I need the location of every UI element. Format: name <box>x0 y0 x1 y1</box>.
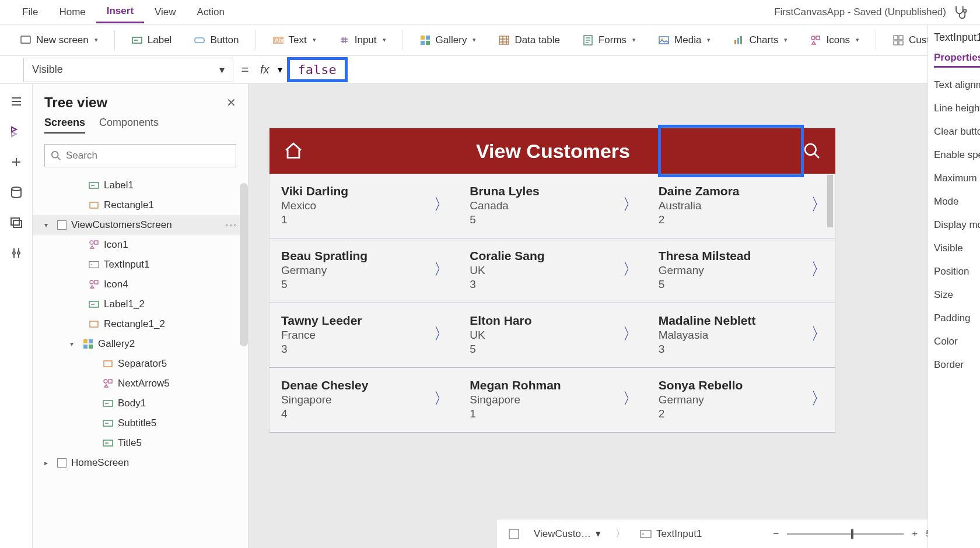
chevron-icon[interactable]: ▸ <box>44 459 52 467</box>
property-row[interactable]: Enable spell <box>934 143 980 167</box>
data-table-button[interactable]: Data table <box>490 31 568 50</box>
search-icon[interactable] <box>803 142 821 160</box>
property-row[interactable]: Border <box>934 353 980 377</box>
tree-item[interactable]: Separator5 <box>33 354 248 374</box>
chevron-right-icon[interactable]: 〉 <box>811 323 827 345</box>
property-row[interactable]: Visible <box>934 237 980 260</box>
tree-item[interactable]: Rectangle1 <box>33 195 248 215</box>
tree-item[interactable]: Label1 <box>33 175 248 195</box>
chevron-right-icon[interactable]: 〉 <box>622 258 639 280</box>
property-row[interactable]: Size <box>934 283 980 307</box>
tree-item[interactable]: ▾Gallery2 <box>33 334 248 354</box>
button-button[interactable]: Button <box>186 31 247 50</box>
menu-view[interactable]: View <box>144 2 187 23</box>
property-row[interactable]: Position <box>934 260 980 283</box>
tree-item[interactable]: Subtitle5 <box>33 413 248 433</box>
tree-item[interactable]: ▾ViewCustomersScreen··· <box>33 215 248 235</box>
menu-insert[interactable]: Insert <box>96 1 144 23</box>
text-dropdown[interactable]: Abc Text▾ <box>264 31 324 50</box>
gallery-item[interactable]: Bruna LylesCanada5〉 <box>458 174 646 238</box>
gallery-preview[interactable]: Viki DarlingMexico1〉Bruna LylesCanada5〉D… <box>270 174 835 433</box>
chevron-right-icon[interactable]: 〉 <box>811 194 827 216</box>
home-icon[interactable] <box>284 141 303 161</box>
gallery-item[interactable]: Elton HaroUK5〉 <box>458 303 646 367</box>
tree-item[interactable]: Body1 <box>33 394 248 413</box>
breadcrumb-screen[interactable]: ViewCusto… ▾ <box>527 525 607 543</box>
property-row[interactable]: Padding <box>934 307 980 330</box>
data-icon[interactable] <box>9 185 23 199</box>
gallery-item[interactable]: Beau SpratlingGermany5〉 <box>270 238 458 303</box>
formula-input[interactable]: false <box>287 57 348 82</box>
tab-properties[interactable]: Properties <box>934 52 980 68</box>
menu-file[interactable]: File <box>12 2 48 23</box>
tree-view-icon[interactable] <box>9 125 23 139</box>
app-preview[interactable]: View Customers Viki DarlingMexico1〉Bruna… <box>270 128 835 433</box>
property-selector[interactable]: Visible ▾ <box>23 58 233 82</box>
gallery-item[interactable]: Coralie SangUK3〉 <box>458 238 646 303</box>
property-row[interactable]: Mode <box>934 190 980 213</box>
tree-search-input[interactable] <box>66 150 230 161</box>
gallery-item[interactable]: Denae ChesleySingapore4〉 <box>270 368 458 432</box>
tree-item[interactable]: Rectangle1_2 <box>33 314 248 334</box>
media-dropdown[interactable]: Media▾ <box>650 31 719 50</box>
chevron-right-icon[interactable]: 〉 <box>622 323 639 345</box>
chevron-right-icon[interactable]: 〉 <box>433 388 450 410</box>
menu-home[interactable]: Home <box>48 2 96 23</box>
chevron-right-icon[interactable]: 〉 <box>433 258 450 280</box>
tree-item[interactable]: Icon4 <box>33 275 248 294</box>
chevron-right-icon[interactable]: 〉 <box>811 258 827 280</box>
media-rail-icon[interactable] <box>9 216 23 230</box>
new-screen-button[interactable]: New screen▾ <box>12 31 106 50</box>
property-row[interactable]: Text alignme <box>934 73 980 97</box>
chevron-right-icon[interactable]: 〉 <box>622 194 639 216</box>
app-checker-icon[interactable] <box>952 4 968 20</box>
gallery-item[interactable]: Tawny LeederFrance3〉 <box>270 303 458 367</box>
gallery-item[interactable]: Daine ZamoraAustralia2〉 <box>647 174 835 238</box>
chevron-right-icon[interactable]: 〉 <box>811 388 827 410</box>
property-row[interactable]: Color <box>934 330 980 353</box>
zoom-slider[interactable] <box>787 533 904 535</box>
gallery-item[interactable]: Thresa MilsteadGermany5〉 <box>647 238 835 303</box>
tab-components[interactable]: Components <box>99 117 159 134</box>
tree-item[interactable]: ▸HomeScreen <box>33 453 248 473</box>
chevron-right-icon[interactable]: 〉 <box>433 323 450 345</box>
tree-item[interactable]: TextInput1 <box>33 255 248 275</box>
property-row[interactable]: Maximum le <box>934 167 980 190</box>
scrollbar[interactable] <box>240 183 248 346</box>
fx-icon[interactable]: fx <box>257 63 273 76</box>
icons-dropdown[interactable]: Icons▾ <box>802 31 867 50</box>
zoom-out-button[interactable]: − <box>773 528 779 540</box>
label-button[interactable]: Label <box>123 31 180 50</box>
more-icon[interactable]: ··· <box>226 219 237 231</box>
checkbox-icon[interactable] <box>509 529 519 539</box>
screen-thumb-icon <box>57 220 66 230</box>
tree-search[interactable] <box>44 144 236 167</box>
property-row[interactable]: Line height <box>934 97 980 120</box>
property-row[interactable]: Clear butto <box>934 120 980 143</box>
tree-item[interactable]: NextArrow5 <box>33 374 248 394</box>
tree-item[interactable]: Title5 <box>33 433 248 453</box>
tree-item[interactable]: Label1_2 <box>33 294 248 314</box>
tab-screens[interactable]: Screens <box>44 117 85 134</box>
property-row[interactable]: Display mo <box>934 213 980 237</box>
chevron-right-icon[interactable]: 〉 <box>433 194 450 216</box>
breadcrumb-control[interactable]: TextInput1 <box>634 525 708 543</box>
gallery-item[interactable]: Megan RohmanSingapore1〉 <box>458 368 646 432</box>
zoom-in-button[interactable]: + <box>912 528 918 540</box>
chevron-icon[interactable]: ▾ <box>70 340 78 348</box>
charts-dropdown[interactable]: Charts▾ <box>724 31 796 50</box>
close-icon[interactable]: ✕ <box>226 96 236 110</box>
gallery-dropdown[interactable]: Gallery▾ <box>411 31 485 50</box>
gallery-item[interactable]: Viki DarlingMexico1〉 <box>270 174 458 238</box>
menu-action[interactable]: Action <box>187 2 235 23</box>
gallery-item[interactable]: Madaline NeblettMalayasia3〉 <box>647 303 835 367</box>
add-icon[interactable] <box>9 155 23 169</box>
chevron-icon[interactable]: ▾ <box>44 221 52 229</box>
input-dropdown[interactable]: Input▾ <box>330 31 394 50</box>
forms-dropdown[interactable]: Forms▾ <box>574 31 644 50</box>
hamburger-icon[interactable] <box>9 94 23 108</box>
advanced-tools-icon[interactable] <box>9 246 23 260</box>
chevron-right-icon[interactable]: 〉 <box>622 388 639 410</box>
tree-item[interactable]: Icon1 <box>33 235 248 255</box>
gallery-item[interactable]: Sonya RebelloGermany2〉 <box>647 368 835 432</box>
